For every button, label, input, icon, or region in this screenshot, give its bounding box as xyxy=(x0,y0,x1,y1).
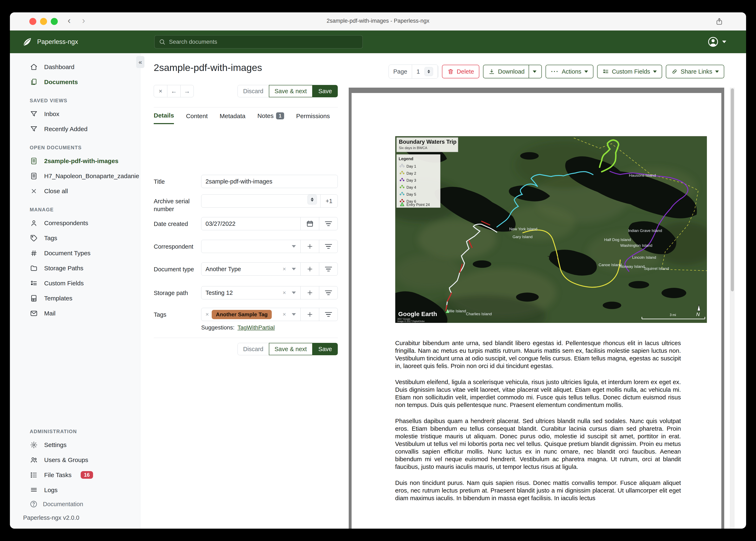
save-button[interactable]: Save xyxy=(313,85,338,97)
add-tag-button[interactable] xyxy=(300,308,319,321)
sidebar-item-file-tasks[interactable]: File Tasks 16 xyxy=(10,467,140,482)
search-placeholder: Search documents xyxy=(169,39,217,45)
sidebar-item-open-doc-2[interactable]: H7_Napoleon_Bonaparte_zadanie xyxy=(10,169,140,184)
svg-text:Day 5: Day 5 xyxy=(406,192,416,197)
correspondent-select[interactable] xyxy=(201,240,338,253)
mail-icon xyxy=(30,309,38,317)
asn-stepper[interactable] xyxy=(307,195,317,205)
page-stepper[interactable] xyxy=(424,67,433,76)
save-next-button[interactable]: Save & next xyxy=(269,85,313,97)
share-links-button[interactable]: Share Links xyxy=(666,65,724,78)
documentation-label: Documentation xyxy=(43,501,83,508)
sidebar-item-document-types[interactable]: Document Types xyxy=(10,246,140,261)
download-button[interactable]: Download xyxy=(483,65,542,78)
storage-path-filter-icon[interactable] xyxy=(319,286,338,299)
storage-path-select[interactable]: Testing 12 × xyxy=(201,286,338,299)
svg-text:Half Dog Island: Half Dog Island xyxy=(604,238,631,242)
sidebar-item-settings[interactable]: Settings xyxy=(10,437,140,452)
discard-button[interactable]: Discard xyxy=(237,85,269,97)
suggestion-link[interactable]: TagWithPartial xyxy=(237,324,275,331)
sidebar-item-dashboard[interactable]: Dashboard xyxy=(10,59,140,74)
tags-filter-icon[interactable] xyxy=(319,308,338,321)
share-icon[interactable] xyxy=(715,17,723,26)
add-document-type-button[interactable] xyxy=(300,263,319,275)
remove-tag-icon[interactable]: × xyxy=(206,311,209,318)
asn-increment-button[interactable]: +1 xyxy=(320,195,338,208)
tab-permissions[interactable]: Permissions xyxy=(296,113,330,124)
tag-chip[interactable]: Another Sample Tag xyxy=(212,310,272,319)
document-type-field-label: Document type xyxy=(154,266,199,273)
sidebar-item-open-doc-1[interactable]: 2sample-pdf-with-images xyxy=(10,153,140,169)
sidebar-section-administration: ADMINISTRATION xyxy=(10,420,140,437)
next-document-button[interactable]: → xyxy=(180,85,194,97)
tags-select[interactable]: × Another Sample Tag × xyxy=(201,308,338,321)
sidebar-item-correspondents[interactable]: Correspondents xyxy=(10,216,140,231)
sidebar-item-recently-added[interactable]: Recently Added xyxy=(10,122,140,137)
save-next-button[interactable]: Save & next xyxy=(269,343,313,355)
app-brand[interactable]: Paperless-ngx xyxy=(21,31,78,53)
title-input[interactable]: 2sample-pdf-with-images xyxy=(201,175,338,188)
sidebar-item-mail[interactable]: Mail xyxy=(10,306,140,321)
svg-text:Squirrel Island: Squirrel Island xyxy=(644,267,669,271)
svg-text:Canoe Island: Canoe Island xyxy=(599,263,622,267)
date-filter-icon[interactable] xyxy=(319,217,338,230)
svg-text:Lincoln Island: Lincoln Island xyxy=(632,255,656,260)
pdf-paragraph: Phasellus dapibus quam a hendrerit place… xyxy=(395,417,681,470)
tab-notes[interactable]: Notes1 xyxy=(258,112,284,124)
download-options-caret[interactable] xyxy=(529,65,536,78)
tab-details[interactable]: Details xyxy=(154,112,174,124)
clear-icon[interactable]: × xyxy=(283,289,286,296)
sidebar-item-label: Custom Fields xyxy=(44,280,84,287)
sidebar-item-documents[interactable]: Documents xyxy=(10,74,140,90)
tab-metadata[interactable]: Metadata xyxy=(220,113,245,124)
save-button[interactable]: Save xyxy=(313,343,338,355)
search-input[interactable]: Search documents xyxy=(154,35,363,48)
user-menu[interactable] xyxy=(707,31,726,53)
actions-button[interactable]: ··· Actions xyxy=(546,65,593,78)
sidebar-item-templates[interactable]: Templates xyxy=(10,291,140,306)
sidebar-item-storage-paths[interactable]: Storage Paths xyxy=(10,261,140,275)
sidebar-item-inbox[interactable]: Inbox xyxy=(10,106,140,122)
preview-scrollbar[interactable] xyxy=(730,88,735,529)
document-nav-group: × ← → xyxy=(154,85,194,97)
sidebar-item-users-groups[interactable]: Users & Groups xyxy=(10,452,140,467)
custom-fields-button[interactable]: Custom Fields xyxy=(597,65,662,78)
sidebar-item-label: Logs xyxy=(44,487,58,494)
delete-button[interactable]: Delete xyxy=(442,65,480,78)
scale-label: 3 mi xyxy=(670,313,676,317)
document-edit-panel: 2sample-pdf-with-images × ← → Discard Sa… xyxy=(154,53,338,529)
page-number-input[interactable]: 1 xyxy=(412,65,438,78)
previous-document-button[interactable]: ← xyxy=(167,85,180,97)
document-type-select[interactable]: Another Type × xyxy=(201,263,338,275)
storage-path-field-label: Storage path xyxy=(154,289,199,297)
scrollbar-thumb[interactable] xyxy=(731,89,734,291)
clear-icon[interactable]: × xyxy=(283,311,286,318)
page-label: Page xyxy=(389,65,412,78)
document-type-filter-icon[interactable] xyxy=(319,263,338,275)
tab-content[interactable]: Content xyxy=(186,113,208,124)
file-text-icon xyxy=(30,172,38,180)
hash-icon xyxy=(30,249,38,257)
chevron-down-icon xyxy=(584,71,588,73)
add-storage-path-button[interactable] xyxy=(300,286,319,299)
sidebar-item-documentation[interactable]: Documentation xyxy=(10,497,140,511)
user-avatar-icon xyxy=(707,36,719,48)
calendar-icon[interactable] xyxy=(300,217,319,230)
sidebar-item-logs[interactable]: Logs xyxy=(10,482,140,497)
add-correspondent-button[interactable] xyxy=(300,240,319,253)
app-window: ‹ › 2sample-pdf-with-images - Paperless-… xyxy=(10,12,746,529)
discard-button[interactable]: Discard xyxy=(237,343,269,355)
correspondent-filter-icon[interactable] xyxy=(319,240,338,253)
sidebar-item-custom-fields[interactable]: Custom Fields xyxy=(10,275,140,291)
asn-input[interactable]: +1 xyxy=(201,195,338,208)
svg-text:Day 1: Day 1 xyxy=(406,164,416,169)
date-created-input[interactable]: 03/27/2022 xyxy=(201,217,338,230)
collapse-sidebar-icon[interactable]: « xyxy=(136,56,144,68)
sidebar-item-close-all[interactable]: Close all xyxy=(10,184,140,199)
close-document-button[interactable]: × xyxy=(154,85,167,97)
date-created-field-label: Date created xyxy=(154,220,199,228)
clear-icon[interactable]: × xyxy=(283,266,286,272)
app-name: Paperless-ngx xyxy=(37,38,78,46)
pdf-paragraph: Vestibulum eleifend, ligula a scelerisqu… xyxy=(395,378,681,409)
sidebar-item-tags[interactable]: Tags xyxy=(10,231,140,246)
